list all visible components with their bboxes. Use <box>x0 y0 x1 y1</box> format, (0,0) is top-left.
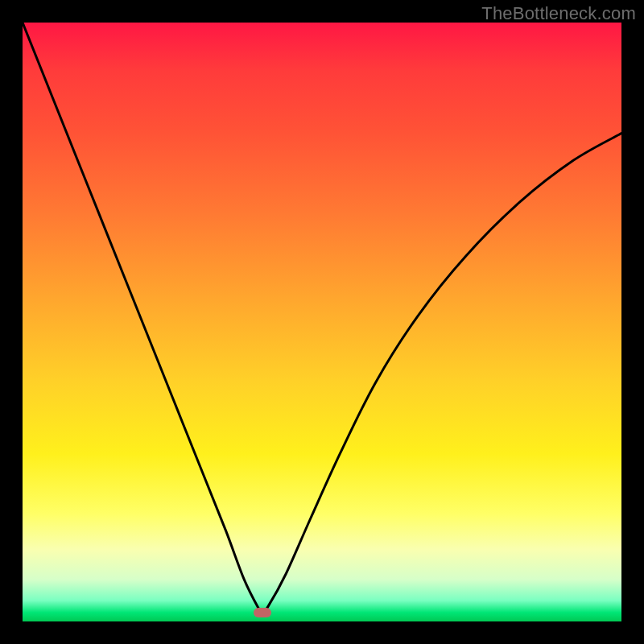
optimal-point-marker <box>254 608 271 617</box>
chart-stage: TheBottleneck.com <box>0 0 644 644</box>
bottleneck-curve <box>23 23 621 613</box>
curve-layer <box>23 23 621 621</box>
watermark-label: TheBottleneck.com <box>481 3 636 24</box>
plot-frame <box>23 23 621 621</box>
plot-area <box>23 23 621 621</box>
